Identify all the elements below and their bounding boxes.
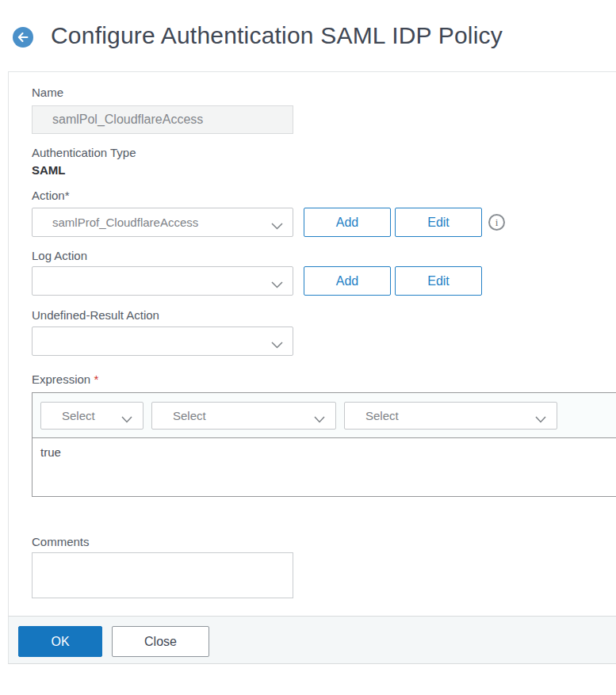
comments-textarea[interactable] [32,552,293,598]
page: Configure Authentication SAML IDP Policy… [0,0,616,695]
expression-operand-select-1-value: Select [62,403,95,429]
expression-textarea[interactable]: true [33,439,616,497]
chevron-down-icon [314,412,325,426]
undefined-result-action-label: Undefined-Result Action [32,308,159,322]
chevron-down-icon [271,219,283,233]
action-label: Action* [32,189,70,202]
expression-builder: Select Select Select true [32,392,616,497]
action-edit-button[interactable]: Edit [395,208,482,237]
expression-label: Expression * [32,372,98,386]
name-input: samlPol_CloudflareAccess [32,105,293,134]
undefined-result-action-select[interactable] [32,326,293,356]
info-icon[interactable]: i [488,214,505,231]
info-icon-glyph: i [495,216,499,229]
chevron-down-icon [121,412,132,426]
ok-button[interactable]: OK [18,626,102,657]
expression-toolbar: Select Select Select [33,393,616,438]
expression-operand-select-3-value: Select [365,403,399,429]
chevron-down-icon [271,338,283,352]
back-button[interactable] [13,27,33,48]
log-action-select[interactable] [32,266,293,296]
expression-operand-select-3[interactable]: Select [344,402,557,430]
page-title: Configure Authentication SAML IDP Policy [51,22,503,49]
authentication-type-label: Authentication Type [32,146,136,159]
chevron-down-icon [535,412,546,426]
authentication-type-value: SAML [32,163,66,177]
expression-label-text: Expression [32,372,90,386]
action-add-button[interactable]: Add [304,208,391,237]
close-button[interactable]: Close [112,626,209,657]
action-select[interactable]: samlProf_CloudflareAccess [32,208,293,237]
expression-operand-select-2[interactable]: Select [151,402,336,430]
log-action-label: Log Action [32,249,87,262]
log-action-edit-button[interactable]: Edit [395,266,482,296]
expression-operand-select-2-value: Select [173,403,206,429]
expression-operand-select-1[interactable]: Select [40,402,143,430]
required-asterisk: * [94,372,98,386]
back-arrow-icon [17,32,29,42]
chevron-down-icon [271,277,283,292]
footer-bar: OK Close [8,616,616,664]
name-label: Name [32,86,63,99]
log-action-add-button[interactable]: Add [304,266,391,296]
comments-label: Comments [32,535,90,548]
action-select-value: samlProf_CloudflareAccess [52,208,198,236]
